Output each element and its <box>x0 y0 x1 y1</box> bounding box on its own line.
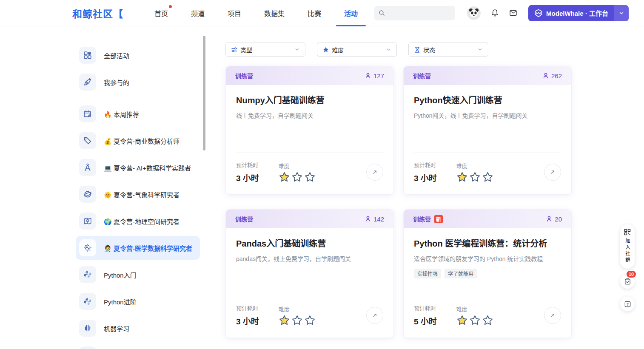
workspace-button-main: ModelWhale · 工作台 <box>528 5 614 21</box>
feature-tag: 学了就能用 <box>445 269 477 278</box>
arrow-up-right-icon <box>549 169 556 176</box>
difficulty-block: 难度 <box>456 305 493 326</box>
sidebar: 全部活动 我参与的 🔥 本周推荐 💰 夏令营-商业数据分析师 💻 夏令营- AI… <box>76 43 200 349</box>
workspace-dropdown-toggle[interactable] <box>614 5 629 21</box>
card-body: Pandas入门基础训练营 pandas闯关，线上免费学习，自学刷题闯关 <box>226 228 393 296</box>
workspace-button[interactable]: ModelWhale · 工作台 <box>528 5 629 21</box>
nav-item-projects[interactable]: 项目 <box>216 0 253 26</box>
participant-count: 20 <box>546 216 562 223</box>
nav-label: 项目 <box>228 8 241 18</box>
notifications-button[interactable] <box>491 9 499 17</box>
card-body: Python 医学编程训练营：统计分析 适合医学领域的朋友学习的 Python … <box>404 228 571 296</box>
sidebar-item-camp-medical[interactable]: 🧑‍⚕️ 夏令营-医学数据科学研究者 <box>76 236 200 260</box>
sidebar-item-weekly-picks[interactable]: 🔥 本周推荐 <box>76 102 200 126</box>
card-body: Python快速入门训练营 Python闯关，线上免费学习，自学刷题闯关 <box>404 85 571 153</box>
filter-type[interactable]: 类型 <box>225 43 305 57</box>
python-icon <box>79 293 96 310</box>
join-community-label: 加入社群 <box>624 238 631 264</box>
open-activity-button[interactable] <box>544 164 561 181</box>
nav-label: 比赛 <box>308 8 321 18</box>
sidebar-item-camp-geo[interactable]: 🌍 夏令营-地理空间研究者 <box>76 209 200 233</box>
help-guide-button[interactable]: ? <box>620 297 635 311</box>
clipboard-check-icon <box>624 278 631 285</box>
join-community-button[interactable]: 加入社群 <box>620 224 635 269</box>
arrow-up-right-icon <box>549 312 556 319</box>
messages-button[interactable] <box>509 9 517 17</box>
activity-card[interactable]: 训练营 142 Pandas入门基础训练营 pandas闯关，线上免费学习，自学… <box>225 209 394 338</box>
difficulty-label: 难度 <box>456 305 493 313</box>
sidebar-divider <box>76 98 200 98</box>
sidebar-item-partial[interactable] <box>76 343 200 349</box>
star-icon <box>469 315 481 326</box>
participant-count: 262 <box>542 72 562 79</box>
new-badge: 新 <box>434 215 443 223</box>
filter-bar: 类型 难度 状态 <box>225 43 572 57</box>
site-logo[interactable]: 和鲸社区【 <box>72 6 123 20</box>
nav-item-datasets[interactable]: 数据集 <box>253 0 296 26</box>
card-type-badge: 训练营 <box>235 215 253 223</box>
participant-count-value: 127 <box>373 72 384 79</box>
sidebar-item-camp-business[interactable]: 💰 夏令营-商业数据分析师 <box>76 129 200 153</box>
mail-icon <box>509 9 517 17</box>
duration-block: 预计耗时 3 小时 <box>414 161 437 183</box>
globe-icon <box>79 186 96 203</box>
sidebar-item-machine-learning[interactable]: 机器学习 <box>76 316 200 340</box>
sidebar-scrollbar-thumb[interactable] <box>203 36 205 150</box>
sidebar-item-camp-ai[interactable]: 💻 夏令营- AI+数据科学实践者 <box>76 156 200 179</box>
brain-icon <box>79 320 96 337</box>
search-box[interactable] <box>374 6 455 20</box>
card-subtitle: 适合医学领域的朋友学习的 Python 统计实践教程 <box>414 254 561 263</box>
panda-avatar-icon <box>467 7 480 20</box>
card-title: Pandas入门基础训练营 <box>236 237 383 249</box>
star-icon <box>469 171 481 183</box>
star-icon <box>482 315 493 326</box>
card-footer: 预计耗时 5 小时 难度 <box>414 296 561 338</box>
sidebar-item-camp-weather[interactable]: 🌞 夏令营-气象科学研究者 <box>76 182 200 206</box>
nav-item-home[interactable]: 首页 <box>143 0 180 26</box>
difficulty-block: 难度 <box>279 305 316 326</box>
search-icon <box>379 10 385 16</box>
star-icon <box>322 46 329 53</box>
card-type-badge: 训练营 <box>235 71 253 80</box>
bell-icon <box>491 9 499 17</box>
participant-count-value: 142 <box>373 216 384 223</box>
card-footer: 预计耗时 3 小时 难度 <box>236 153 383 194</box>
sliders-icon <box>231 46 238 53</box>
activity-card[interactable]: 训练营 新 20 Python 医学编程训练营：统计分析 适合医学领域的朋友学习… <box>403 209 572 338</box>
activity-card[interactable]: 训练营 262 Python快速入门训练营 Python闯关，线上免费学习，自学… <box>403 66 572 195</box>
duration-value: 3 小时 <box>236 315 259 326</box>
nav-item-channels[interactable]: 频道 <box>180 0 216 26</box>
sidebar-item-all-activities[interactable]: 全部活动 <box>76 43 200 67</box>
sidebar-item-python-intro[interactable]: Python入门 <box>76 263 200 287</box>
main-content: 类型 难度 状态 训练营 127 Numpy入门基础训练营 <box>225 43 572 338</box>
tag-icon <box>79 132 96 149</box>
sidebar-item-label: Python入门 <box>104 270 137 279</box>
filter-difficulty[interactable]: 难度 <box>317 43 397 57</box>
workspace-button-label: ModelWhale · 工作台 <box>546 9 608 17</box>
card-subtitle: Python闯关，线上免费学习，自学刷题闯关 <box>414 111 561 119</box>
open-activity-button[interactable] <box>366 164 383 181</box>
open-activity-button[interactable] <box>366 307 383 324</box>
sidebar-item-label: 全部活动 <box>104 51 129 60</box>
chevron-down-icon <box>386 47 391 52</box>
filter-status[interactable]: 状态 <box>408 43 488 57</box>
search-input[interactable] <box>388 10 451 16</box>
sidebar-item-label: 🔥 本周推荐 <box>104 110 139 119</box>
activity-card[interactable]: 训练营 127 Numpy入门基础训练营 线上免费学习，自学刷题闯关 预计耗时 … <box>225 66 394 195</box>
map-icon <box>79 213 96 230</box>
nav-label: 频道 <box>191 8 205 18</box>
sidebar-item-label: Python进阶 <box>104 297 137 306</box>
sidebar-item-label: 机器学习 <box>104 324 129 333</box>
sidebar-item-python-advanced[interactable]: Python进阶 <box>76 289 200 313</box>
grid-icon <box>79 47 96 64</box>
user-avatar[interactable] <box>467 6 481 20</box>
card-title: Python快速入门训练营 <box>414 94 561 106</box>
sidebar-item-my-participation[interactable]: 我参与的 <box>76 70 200 94</box>
open-activity-button[interactable] <box>544 307 561 324</box>
nav-item-competitions[interactable]: 比赛 <box>296 0 333 26</box>
card-title: Python 医学编程训练营：统计分析 <box>414 237 561 249</box>
star-icon <box>279 315 290 326</box>
chevron-down-icon <box>477 47 483 52</box>
nav-item-activities[interactable]: 活动 <box>333 0 369 26</box>
duration-label: 预计耗时 <box>414 304 437 312</box>
